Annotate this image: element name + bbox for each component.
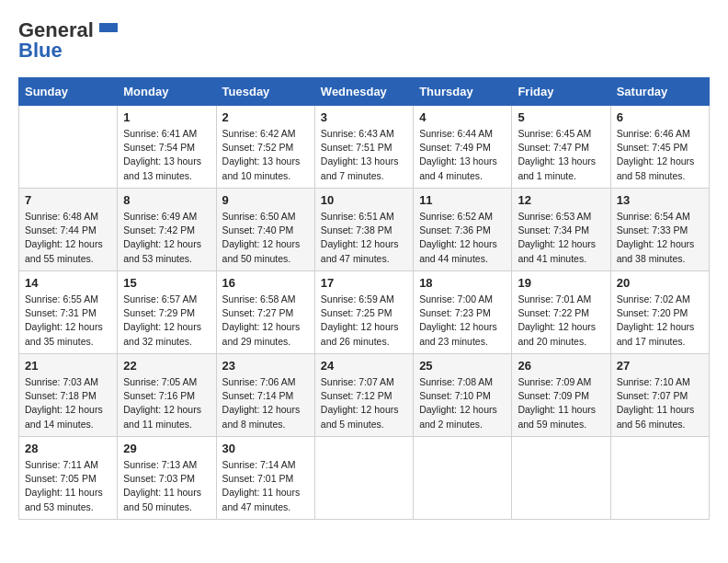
calendar-cell: 18Sunrise: 7:00 AM Sunset: 7:23 PM Dayli… — [414, 271, 512, 354]
calendar-cell: 21Sunrise: 7:03 AM Sunset: 7:18 PM Dayli… — [19, 354, 118, 437]
day-number: 3 — [321, 110, 407, 124]
calendar-cell: 15Sunrise: 6:57 AM Sunset: 7:29 PM Dayli… — [118, 271, 216, 354]
weekday-header-tuesday: Tuesday — [216, 78, 314, 106]
calendar-cell: 13Sunrise: 6:54 AM Sunset: 7:33 PM Dayli… — [610, 189, 709, 271]
calendar-cell: 5Sunrise: 6:45 AM Sunset: 7:47 PM Daylig… — [512, 106, 610, 189]
calendar-cell: 16Sunrise: 6:58 AM Sunset: 7:27 PM Dayli… — [216, 271, 314, 354]
calendar-cell: 3Sunrise: 6:43 AM Sunset: 7:51 PM Daylig… — [314, 106, 413, 189]
day-info: Sunrise: 7:14 AM Sunset: 7:01 PM Dayligh… — [222, 458, 309, 514]
calendar-cell: 10Sunrise: 6:51 AM Sunset: 7:38 PM Dayli… — [314, 189, 413, 271]
day-info: Sunrise: 6:50 AM Sunset: 7:40 PM Dayligh… — [222, 210, 309, 266]
day-info: Sunrise: 6:53 AM Sunset: 7:34 PM Dayligh… — [518, 210, 604, 266]
day-info: Sunrise: 6:45 AM Sunset: 7:47 PM Dayligh… — [518, 127, 604, 183]
day-info: Sunrise: 6:41 AM Sunset: 7:54 PM Dayligh… — [123, 127, 210, 183]
day-number: 4 — [419, 110, 506, 124]
day-number: 20 — [617, 276, 703, 290]
weekday-header-friday: Friday — [512, 78, 610, 106]
calendar-cell — [414, 437, 512, 520]
calendar-cell: 24Sunrise: 7:07 AM Sunset: 7:12 PM Dayli… — [314, 354, 413, 437]
day-number: 2 — [222, 110, 309, 124]
day-number: 6 — [617, 110, 703, 124]
day-info: Sunrise: 6:55 AM Sunset: 7:31 PM Dayligh… — [25, 293, 111, 349]
calendar-cell: 7Sunrise: 6:48 AM Sunset: 7:44 PM Daylig… — [19, 189, 118, 271]
calendar-week-row: 28Sunrise: 7:11 AM Sunset: 7:05 PM Dayli… — [19, 437, 710, 520]
day-number: 26 — [518, 359, 604, 373]
day-number: 12 — [518, 193, 604, 207]
day-number: 30 — [222, 442, 309, 455]
calendar-week-row: 7Sunrise: 6:48 AM Sunset: 7:44 PM Daylig… — [19, 189, 710, 271]
calendar-cell: 22Sunrise: 7:05 AM Sunset: 7:16 PM Dayli… — [118, 354, 216, 437]
day-number: 11 — [419, 193, 506, 207]
day-info: Sunrise: 7:05 AM Sunset: 7:16 PM Dayligh… — [123, 375, 210, 431]
day-number: 7 — [25, 193, 111, 207]
day-info: Sunrise: 7:01 AM Sunset: 7:22 PM Dayligh… — [518, 293, 604, 349]
day-number: 27 — [617, 359, 703, 373]
calendar-cell: 6Sunrise: 6:46 AM Sunset: 7:45 PM Daylig… — [610, 106, 709, 189]
svg-marker-1 — [99, 28, 118, 32]
day-number: 19 — [518, 276, 604, 290]
calendar-cell: 19Sunrise: 7:01 AM Sunset: 7:22 PM Dayli… — [512, 271, 610, 354]
weekday-header-row: SundayMondayTuesdayWednesdayThursdayFrid… — [19, 78, 710, 106]
day-info: Sunrise: 6:52 AM Sunset: 7:36 PM Dayligh… — [419, 210, 506, 266]
calendar-cell: 12Sunrise: 6:53 AM Sunset: 7:34 PM Dayli… — [512, 189, 610, 271]
calendar-cell: 2Sunrise: 6:42 AM Sunset: 7:52 PM Daylig… — [216, 106, 314, 189]
day-number: 23 — [222, 359, 309, 373]
logo-flag-icon — [97, 23, 118, 38]
day-info: Sunrise: 6:57 AM Sunset: 7:29 PM Dayligh… — [123, 293, 210, 349]
day-number: 17 — [321, 276, 407, 290]
day-info: Sunrise: 6:51 AM Sunset: 7:38 PM Dayligh… — [321, 210, 407, 266]
day-info: Sunrise: 7:11 AM Sunset: 7:05 PM Dayligh… — [25, 458, 111, 514]
calendar-cell: 29Sunrise: 7:13 AM Sunset: 7:03 PM Dayli… — [118, 437, 216, 520]
calendar-cell: 28Sunrise: 7:11 AM Sunset: 7:05 PM Dayli… — [19, 437, 118, 520]
day-number: 15 — [123, 276, 210, 290]
calendar-cell — [314, 437, 413, 520]
calendar-cell: 20Sunrise: 7:02 AM Sunset: 7:20 PM Dayli… — [610, 271, 709, 354]
day-info: Sunrise: 6:49 AM Sunset: 7:42 PM Dayligh… — [123, 210, 210, 266]
day-info: Sunrise: 6:43 AM Sunset: 7:51 PM Dayligh… — [321, 127, 407, 183]
day-info: Sunrise: 7:13 AM Sunset: 7:03 PM Dayligh… — [123, 458, 210, 514]
calendar-cell — [512, 437, 610, 520]
calendar-cell: 1Sunrise: 6:41 AM Sunset: 7:54 PM Daylig… — [118, 106, 216, 189]
day-number: 28 — [25, 442, 111, 455]
day-info: Sunrise: 6:46 AM Sunset: 7:45 PM Dayligh… — [617, 127, 703, 183]
logo: General Blue — [18, 18, 118, 63]
calendar-cell: 4Sunrise: 6:44 AM Sunset: 7:49 PM Daylig… — [414, 106, 512, 189]
calendar-cell: 23Sunrise: 7:06 AM Sunset: 7:14 PM Dayli… — [216, 354, 314, 437]
logo-blue-text: Blue — [18, 39, 63, 63]
page-header: General Blue — [18, 18, 710, 63]
day-info: Sunrise: 6:54 AM Sunset: 7:33 PM Dayligh… — [617, 210, 703, 266]
day-info: Sunrise: 6:44 AM Sunset: 7:49 PM Dayligh… — [419, 127, 506, 183]
weekday-header-saturday: Saturday — [610, 78, 709, 106]
day-number: 21 — [25, 359, 111, 373]
day-info: Sunrise: 6:59 AM Sunset: 7:25 PM Dayligh… — [321, 293, 407, 349]
weekday-header-monday: Monday — [118, 78, 216, 106]
day-info: Sunrise: 6:42 AM Sunset: 7:52 PM Dayligh… — [222, 127, 309, 183]
day-info: Sunrise: 7:06 AM Sunset: 7:14 PM Dayligh… — [222, 375, 309, 431]
day-number: 22 — [123, 359, 210, 373]
calendar-cell: 8Sunrise: 6:49 AM Sunset: 7:42 PM Daylig… — [118, 189, 216, 271]
day-info: Sunrise: 6:58 AM Sunset: 7:27 PM Dayligh… — [222, 293, 309, 349]
day-number: 13 — [617, 193, 703, 207]
calendar-cell — [610, 437, 709, 520]
calendar-cell: 30Sunrise: 7:14 AM Sunset: 7:01 PM Dayli… — [216, 437, 314, 520]
day-number: 9 — [222, 193, 309, 207]
day-number: 18 — [419, 276, 506, 290]
day-info: Sunrise: 7:10 AM Sunset: 7:07 PM Dayligh… — [617, 375, 703, 431]
calendar-cell: 17Sunrise: 6:59 AM Sunset: 7:25 PM Dayli… — [314, 271, 413, 354]
day-info: Sunrise: 6:48 AM Sunset: 7:44 PM Dayligh… — [25, 210, 111, 266]
day-number: 16 — [222, 276, 309, 290]
calendar-week-row: 21Sunrise: 7:03 AM Sunset: 7:18 PM Dayli… — [19, 354, 710, 437]
calendar-week-row: 1Sunrise: 6:41 AM Sunset: 7:54 PM Daylig… — [19, 106, 710, 189]
day-number: 29 — [123, 442, 210, 455]
day-number: 24 — [321, 359, 407, 373]
calendar-table: SundayMondayTuesdayWednesdayThursdayFrid… — [18, 77, 710, 520]
day-info: Sunrise: 7:03 AM Sunset: 7:18 PM Dayligh… — [25, 375, 111, 431]
day-info: Sunrise: 7:00 AM Sunset: 7:23 PM Dayligh… — [419, 293, 506, 349]
day-number: 8 — [123, 193, 210, 207]
day-number: 5 — [518, 110, 604, 124]
day-info: Sunrise: 7:08 AM Sunset: 7:10 PM Dayligh… — [419, 375, 506, 431]
weekday-header-wednesday: Wednesday — [314, 78, 413, 106]
day-number: 25 — [419, 359, 506, 373]
calendar-cell: 25Sunrise: 7:08 AM Sunset: 7:10 PM Dayli… — [414, 354, 512, 437]
calendar-cell: 26Sunrise: 7:09 AM Sunset: 7:09 PM Dayli… — [512, 354, 610, 437]
